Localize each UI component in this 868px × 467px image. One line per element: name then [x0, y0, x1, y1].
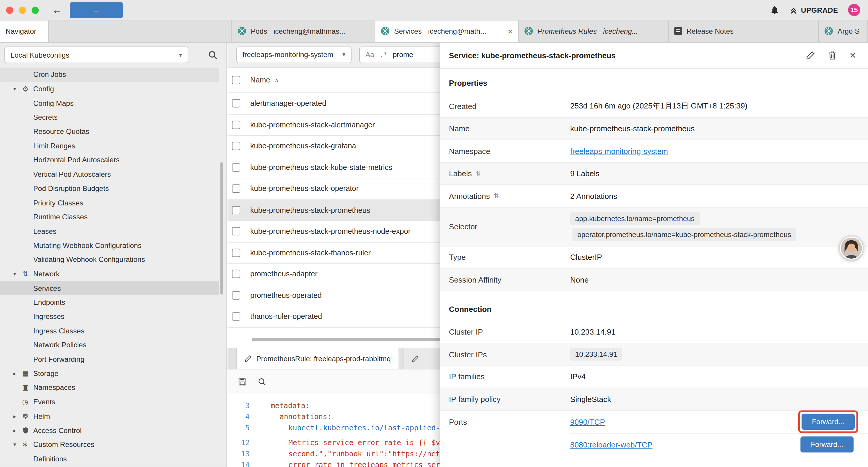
sidebar-item-limit-ranges[interactable]: Limit Ranges — [0, 139, 219, 153]
line-number: 5 — [227, 423, 258, 432]
close-icon[interactable]: × — [850, 50, 856, 61]
sidebar-item-runtime-classes[interactable]: Runtime Classes — [0, 210, 219, 224]
row-checkbox[interactable] — [232, 99, 240, 108]
tab-pods[interactable]: Pods - icecheng@mathmas... — [232, 20, 375, 42]
chevron-down-icon[interactable]: ▾ — [12, 271, 22, 277]
sidebar-item-definitions[interactable]: Definitions — [0, 451, 219, 466]
port-link[interactable]: 8080:reloader-web/TCP — [570, 440, 653, 449]
row-checkbox[interactable] — [232, 121, 240, 129]
namespace-link[interactable]: freeleaps-monitoring-system — [570, 147, 668, 155]
sidebar-item-network-policies[interactable]: Network Policies — [0, 338, 219, 352]
minimize-window-button[interactable] — [19, 6, 26, 13]
sidebar-item-leases[interactable]: Leases — [0, 224, 219, 238]
namespace-select[interactable]: freeleaps-monitoring-system ▾ — [236, 46, 351, 63]
chevron-right-icon[interactable]: ▸ — [12, 413, 22, 419]
save-icon[interactable] — [238, 377, 247, 386]
sidebar-item-port-forwarding[interactable]: Port Forwarding — [0, 352, 219, 366]
chevron-down-icon[interactable]: ▾ — [12, 86, 22, 92]
sidebar-item-namespaces[interactable]: ▣ Namespaces — [0, 380, 219, 395]
sidebar-item-custom-resources[interactable]: ▾ ∗ Custom Resources — [0, 437, 219, 451]
tab-services[interactable]: Services - icecheng@math... × — [375, 20, 519, 42]
regex-toggle[interactable]: .* — [379, 51, 388, 59]
row-checkbox[interactable] — [232, 249, 240, 257]
search-icon[interactable] — [208, 50, 218, 60]
dock-tab-prometheusrule[interactable]: PrometheusRule: freeleaps-prod-rabbitmq — [236, 348, 399, 369]
forward-button[interactable]: Forward... — [800, 436, 854, 452]
chevron-right-icon[interactable]: ▸ — [12, 428, 22, 434]
user-avatar[interactable] — [840, 236, 863, 260]
storage-icon: ▤ — [22, 369, 33, 377]
search-icon[interactable] — [258, 377, 266, 386]
chevron-right-icon[interactable]: ▸ — [12, 370, 22, 377]
sidebar-item-ingresses[interactable]: Ingresses — [0, 310, 219, 324]
clock-icon: ◷ — [22, 398, 33, 406]
row-checkbox[interactable] — [232, 270, 240, 278]
sidebar-item-validating-webhook-configurations[interactable]: Validating Webhook Configurations — [0, 253, 219, 267]
chevron-down-icon[interactable]: ▾ — [12, 442, 22, 448]
row-checkbox[interactable] — [232, 142, 240, 150]
kubeconfig-select[interactable]: Local Kubeconfigs ▾ — [4, 47, 188, 63]
tab-prometheus-rules[interactable]: Prometheus Rules - icecheng... — [519, 20, 669, 42]
back-arrow-icon[interactable]: ← — [52, 5, 62, 15]
forward-arrow-icon[interactable]: → — [70, 2, 123, 18]
notifications-bell-icon[interactable] — [770, 5, 779, 15]
forward-button[interactable]: Forward... — [802, 414, 855, 430]
sidebar-item-endpoints[interactable]: Endpoints — [0, 295, 219, 310]
layers-icon: ▣ — [22, 383, 33, 391]
detail-value: 2 Annotations — [570, 192, 617, 200]
match-case-toggle[interactable]: Aa — [366, 51, 374, 59]
navigator-panel-tab[interactable]: Navigator — [0, 20, 49, 42]
sidebar-item-storage[interactable]: ▸ ▤ Storage — [0, 366, 219, 380]
tab-label: Pods - icecheng@mathmas... — [251, 27, 345, 35]
detail-value: IPv4 — [570, 372, 586, 381]
sidebar-item-services[interactable]: Services — [0, 281, 219, 295]
sidebar-item-helm[interactable]: ▸ ☸ Helm — [0, 409, 219, 423]
drawer-body: Properties Created 253d 16h 6m ago (2025… — [440, 68, 868, 467]
edit-icon[interactable] — [806, 51, 815, 59]
upgrade-button[interactable]: UPGRADE — [789, 6, 838, 14]
sidebar-item-config-maps[interactable]: Config Maps — [0, 96, 219, 110]
sidebar-item-cron-jobs[interactable]: Cron Jobs — [0, 68, 219, 82]
sidebar-item-network[interactable]: ▾ ⇅ Network — [0, 267, 219, 281]
sidebar-item-priority-classes[interactable]: Priority Classes — [0, 196, 219, 210]
tab-label: Prometheus Rules - icecheng... — [537, 27, 638, 35]
tab-release-notes[interactable]: Release Notes — [669, 20, 819, 42]
sidebar-item-vertical-pod-autoscalers[interactable]: Vertical Pod Autoscalers — [0, 167, 219, 181]
row-checkbox[interactable] — [232, 291, 240, 299]
notification-count-badge[interactable]: 15 — [848, 4, 860, 16]
sidebar-item-access-control[interactable]: ▸ Access Control — [0, 423, 219, 437]
row-checkbox[interactable] — [232, 206, 240, 214]
sidebar-item-events[interactable]: ◷ Events — [0, 395, 219, 409]
row-checkbox[interactable] — [232, 227, 240, 236]
sidebar-item-pod-disruption-budgets[interactable]: Pod Disruption Budgets — [0, 181, 219, 196]
sidebar-item-ingress-classes[interactable]: Ingress Classes — [0, 324, 219, 338]
select-all-checkbox[interactable] — [232, 76, 240, 84]
expand-collapse-icon[interactable]: ⇅ — [494, 193, 499, 200]
trash-icon[interactable] — [828, 51, 836, 59]
maximize-window-button[interactable] — [32, 6, 39, 13]
sidebar-item-config[interactable]: ▾ ⚙ Config — [0, 82, 219, 96]
line-number: 13 — [227, 449, 258, 458]
row-checkbox[interactable] — [232, 313, 240, 321]
row-checkbox[interactable] — [232, 163, 240, 171]
name-column-header[interactable]: Name — [250, 76, 270, 84]
sidebar-item-horizontal-pod-autoscalers[interactable]: Horizontal Pod Autoscalers — [0, 153, 219, 167]
line-number: 12 — [227, 438, 258, 447]
sidebar-item-mutating-webhook-configurations[interactable]: Mutating Webhook Configurations — [0, 238, 219, 253]
tab-argo[interactable]: Argo S — [819, 20, 868, 42]
sort-ascending-icon[interactable]: ∧ — [275, 77, 279, 83]
sidebar-item-secrets[interactable]: Secrets — [0, 110, 219, 124]
sidebar-item-label: Secrets — [33, 113, 58, 121]
expand-collapse-icon[interactable]: ⇅ — [476, 170, 481, 177]
close-tab-icon[interactable]: × — [504, 26, 513, 36]
horizontal-scrollbar[interactable] — [252, 338, 440, 341]
row-checkbox[interactable] — [232, 184, 240, 193]
sidebar-item-resource-quotas[interactable]: Resource Quotas — [0, 124, 219, 139]
close-window-button[interactable] — [6, 6, 13, 13]
selector-badge: app.kubernetes.io/name=prometheus — [570, 212, 700, 225]
cluster-resource-tree: Cron Jobs ▾ ⚙ Config Config Maps Secrets… — [0, 68, 226, 467]
sidebar-scrollbar[interactable] — [220, 162, 223, 295]
detail-row-ports: Ports 9090/TCP Forward... 8080:reloader-… — [440, 411, 868, 456]
kubernetes-icon — [524, 27, 533, 35]
port-link[interactable]: 9090/TCP — [570, 417, 605, 426]
